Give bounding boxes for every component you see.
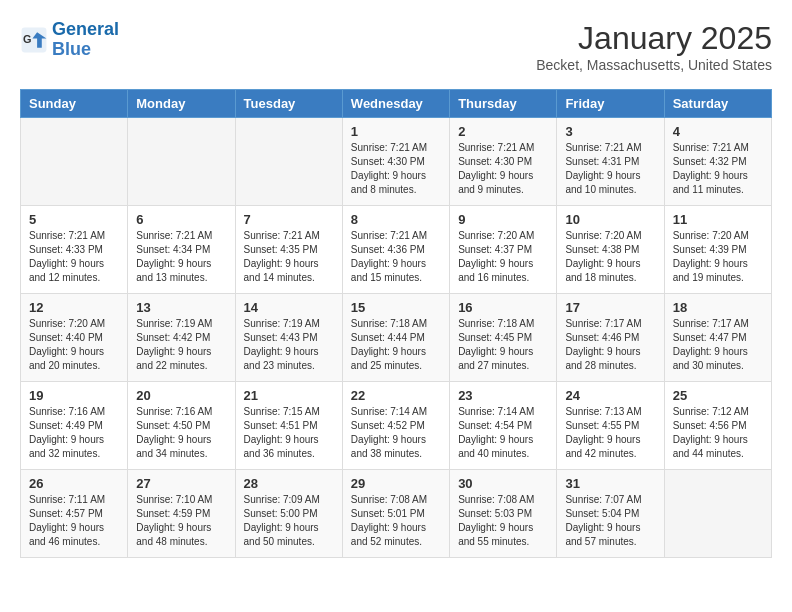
day-info: Sunrise: 7:19 AM Sunset: 4:42 PM Dayligh… — [136, 317, 226, 373]
calendar-week-row: 19Sunrise: 7:16 AM Sunset: 4:49 PM Dayli… — [21, 382, 772, 470]
day-number: 7 — [244, 212, 334, 227]
day-info: Sunrise: 7:17 AM Sunset: 4:47 PM Dayligh… — [673, 317, 763, 373]
calendar-cell-4-3: 29Sunrise: 7:08 AM Sunset: 5:01 PM Dayli… — [342, 470, 449, 558]
day-info: Sunrise: 7:20 AM Sunset: 4:37 PM Dayligh… — [458, 229, 548, 285]
day-number: 31 — [565, 476, 655, 491]
day-info: Sunrise: 7:16 AM Sunset: 4:50 PM Dayligh… — [136, 405, 226, 461]
day-info: Sunrise: 7:21 AM Sunset: 4:35 PM Dayligh… — [244, 229, 334, 285]
day-info: Sunrise: 7:15 AM Sunset: 4:51 PM Dayligh… — [244, 405, 334, 461]
day-info: Sunrise: 7:09 AM Sunset: 5:00 PM Dayligh… — [244, 493, 334, 549]
day-info: Sunrise: 7:18 AM Sunset: 4:44 PM Dayligh… — [351, 317, 441, 373]
day-number: 1 — [351, 124, 441, 139]
calendar-cell-4-5: 31Sunrise: 7:07 AM Sunset: 5:04 PM Dayli… — [557, 470, 664, 558]
calendar-cell-0-1 — [128, 118, 235, 206]
logo-text: General Blue — [52, 20, 119, 60]
month-title: January 2025 — [536, 20, 772, 57]
day-number: 27 — [136, 476, 226, 491]
day-info: Sunrise: 7:21 AM Sunset: 4:31 PM Dayligh… — [565, 141, 655, 197]
title-block: January 2025 Becket, Massachusetts, Unit… — [536, 20, 772, 73]
day-info: Sunrise: 7:21 AM Sunset: 4:30 PM Dayligh… — [458, 141, 548, 197]
day-info: Sunrise: 7:18 AM Sunset: 4:45 PM Dayligh… — [458, 317, 548, 373]
day-number: 11 — [673, 212, 763, 227]
day-info: Sunrise: 7:10 AM Sunset: 4:59 PM Dayligh… — [136, 493, 226, 549]
weekday-header-row: SundayMondayTuesdayWednesdayThursdayFrid… — [21, 90, 772, 118]
day-number: 13 — [136, 300, 226, 315]
day-number: 30 — [458, 476, 548, 491]
day-info: Sunrise: 7:21 AM Sunset: 4:33 PM Dayligh… — [29, 229, 119, 285]
day-number: 16 — [458, 300, 548, 315]
day-number: 24 — [565, 388, 655, 403]
weekday-header-friday: Friday — [557, 90, 664, 118]
calendar-cell-2-3: 15Sunrise: 7:18 AM Sunset: 4:44 PM Dayli… — [342, 294, 449, 382]
day-number: 10 — [565, 212, 655, 227]
day-number: 4 — [673, 124, 763, 139]
day-info: Sunrise: 7:20 AM Sunset: 4:38 PM Dayligh… — [565, 229, 655, 285]
calendar-cell-1-4: 9Sunrise: 7:20 AM Sunset: 4:37 PM Daylig… — [450, 206, 557, 294]
calendar-cell-4-2: 28Sunrise: 7:09 AM Sunset: 5:00 PM Dayli… — [235, 470, 342, 558]
location: Becket, Massachusetts, United States — [536, 57, 772, 73]
calendar-cell-3-0: 19Sunrise: 7:16 AM Sunset: 4:49 PM Dayli… — [21, 382, 128, 470]
calendar-week-row: 5Sunrise: 7:21 AM Sunset: 4:33 PM Daylig… — [21, 206, 772, 294]
day-info: Sunrise: 7:20 AM Sunset: 4:40 PM Dayligh… — [29, 317, 119, 373]
calendar-cell-0-0 — [21, 118, 128, 206]
day-number: 14 — [244, 300, 334, 315]
day-info: Sunrise: 7:08 AM Sunset: 5:03 PM Dayligh… — [458, 493, 548, 549]
calendar-week-row: 12Sunrise: 7:20 AM Sunset: 4:40 PM Dayli… — [21, 294, 772, 382]
day-info: Sunrise: 7:11 AM Sunset: 4:57 PM Dayligh… — [29, 493, 119, 549]
day-info: Sunrise: 7:21 AM Sunset: 4:34 PM Dayligh… — [136, 229, 226, 285]
day-info: Sunrise: 7:08 AM Sunset: 5:01 PM Dayligh… — [351, 493, 441, 549]
calendar-cell-2-2: 14Sunrise: 7:19 AM Sunset: 4:43 PM Dayli… — [235, 294, 342, 382]
calendar-cell-1-0: 5Sunrise: 7:21 AM Sunset: 4:33 PM Daylig… — [21, 206, 128, 294]
day-number: 23 — [458, 388, 548, 403]
day-info: Sunrise: 7:14 AM Sunset: 4:54 PM Dayligh… — [458, 405, 548, 461]
day-number: 2 — [458, 124, 548, 139]
day-info: Sunrise: 7:14 AM Sunset: 4:52 PM Dayligh… — [351, 405, 441, 461]
calendar-cell-1-3: 8Sunrise: 7:21 AM Sunset: 4:36 PM Daylig… — [342, 206, 449, 294]
day-number: 21 — [244, 388, 334, 403]
day-number: 28 — [244, 476, 334, 491]
weekday-header-thursday: Thursday — [450, 90, 557, 118]
calendar-cell-1-5: 10Sunrise: 7:20 AM Sunset: 4:38 PM Dayli… — [557, 206, 664, 294]
calendar-table: SundayMondayTuesdayWednesdayThursdayFrid… — [20, 89, 772, 558]
calendar-cell-4-1: 27Sunrise: 7:10 AM Sunset: 4:59 PM Dayli… — [128, 470, 235, 558]
calendar-cell-2-0: 12Sunrise: 7:20 AM Sunset: 4:40 PM Dayli… — [21, 294, 128, 382]
calendar-cell-1-6: 11Sunrise: 7:20 AM Sunset: 4:39 PM Dayli… — [664, 206, 771, 294]
day-info: Sunrise: 7:20 AM Sunset: 4:39 PM Dayligh… — [673, 229, 763, 285]
logo-icon: G — [20, 26, 48, 54]
day-number: 20 — [136, 388, 226, 403]
calendar-cell-1-1: 6Sunrise: 7:21 AM Sunset: 4:34 PM Daylig… — [128, 206, 235, 294]
calendar-cell-3-4: 23Sunrise: 7:14 AM Sunset: 4:54 PM Dayli… — [450, 382, 557, 470]
day-info: Sunrise: 7:21 AM Sunset: 4:32 PM Dayligh… — [673, 141, 763, 197]
day-info: Sunrise: 7:21 AM Sunset: 4:30 PM Dayligh… — [351, 141, 441, 197]
day-number: 15 — [351, 300, 441, 315]
weekday-header-monday: Monday — [128, 90, 235, 118]
day-info: Sunrise: 7:21 AM Sunset: 4:36 PM Dayligh… — [351, 229, 441, 285]
day-number: 3 — [565, 124, 655, 139]
calendar-cell-0-5: 3Sunrise: 7:21 AM Sunset: 4:31 PM Daylig… — [557, 118, 664, 206]
calendar-cell-3-6: 25Sunrise: 7:12 AM Sunset: 4:56 PM Dayli… — [664, 382, 771, 470]
calendar-cell-2-4: 16Sunrise: 7:18 AM Sunset: 4:45 PM Dayli… — [450, 294, 557, 382]
day-number: 22 — [351, 388, 441, 403]
weekday-header-saturday: Saturday — [664, 90, 771, 118]
calendar-cell-0-2 — [235, 118, 342, 206]
day-number: 9 — [458, 212, 548, 227]
svg-text:G: G — [23, 33, 31, 45]
day-info: Sunrise: 7:16 AM Sunset: 4:49 PM Dayligh… — [29, 405, 119, 461]
calendar-cell-3-1: 20Sunrise: 7:16 AM Sunset: 4:50 PM Dayli… — [128, 382, 235, 470]
calendar-cell-4-4: 30Sunrise: 7:08 AM Sunset: 5:03 PM Dayli… — [450, 470, 557, 558]
weekday-header-tuesday: Tuesday — [235, 90, 342, 118]
day-number: 8 — [351, 212, 441, 227]
calendar-cell-4-6 — [664, 470, 771, 558]
day-info: Sunrise: 7:07 AM Sunset: 5:04 PM Dayligh… — [565, 493, 655, 549]
day-number: 29 — [351, 476, 441, 491]
day-number: 5 — [29, 212, 119, 227]
calendar-week-row: 1Sunrise: 7:21 AM Sunset: 4:30 PM Daylig… — [21, 118, 772, 206]
calendar-cell-2-1: 13Sunrise: 7:19 AM Sunset: 4:42 PM Dayli… — [128, 294, 235, 382]
calendar-cell-0-6: 4Sunrise: 7:21 AM Sunset: 4:32 PM Daylig… — [664, 118, 771, 206]
day-info: Sunrise: 7:13 AM Sunset: 4:55 PM Dayligh… — [565, 405, 655, 461]
calendar-cell-3-3: 22Sunrise: 7:14 AM Sunset: 4:52 PM Dayli… — [342, 382, 449, 470]
weekday-header-wednesday: Wednesday — [342, 90, 449, 118]
day-number: 26 — [29, 476, 119, 491]
logo: G General Blue — [20, 20, 119, 60]
day-number: 18 — [673, 300, 763, 315]
